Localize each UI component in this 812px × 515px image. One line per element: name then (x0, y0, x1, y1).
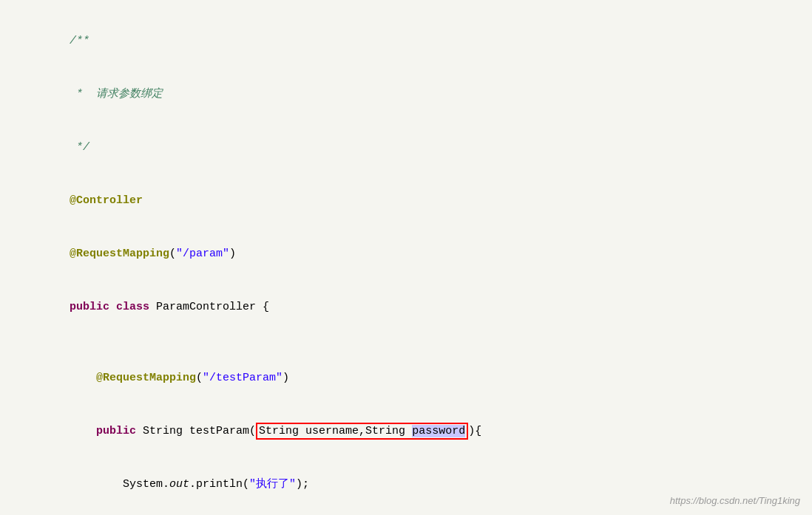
code-line-6: public class ParamController { (0, 281, 812, 334)
string-param: "/param" (176, 248, 229, 260)
plain-8b: ) (282, 372, 289, 384)
plain-9a: String testParam( (136, 425, 256, 437)
watermark: https://blog.csdn.net/Ting1king (670, 495, 800, 506)
code-line-11: System.out.println("用户名："+username); (0, 511, 812, 515)
code-line-3: */ (0, 121, 812, 174)
code-line-1: /** (0, 15, 812, 68)
line-content-4: @Controller (30, 174, 812, 228)
code-line-7 (0, 334, 812, 352)
line-content-2: * 请求参数绑定 (30, 68, 812, 121)
code-line-5: @RequestMapping("/param") (0, 228, 812, 281)
static-method-out: out (169, 478, 189, 491)
param-string-username: String username,String (259, 425, 412, 437)
line-content-9: public String testParam(String username,… (30, 405, 812, 458)
param-password: password (412, 425, 465, 437)
line-content-5: @RequestMapping("/param") (30, 228, 812, 281)
line-content-8: @RequestMapping("/testParam") (30, 352, 812, 405)
indent-8 (70, 372, 96, 384)
comment-span: /** (70, 35, 89, 47)
code-line-4: @Controller (0, 174, 812, 228)
plain-6a (109, 301, 116, 313)
string-testparam: "/testParam" (203, 372, 282, 384)
annotation-testparam: @RequestMapping (96, 372, 196, 384)
indent-9 (70, 425, 96, 437)
line-content-3: */ (30, 121, 812, 174)
comment-span-3: */ (70, 141, 89, 154)
line-content-6: public class ParamController { (30, 281, 812, 334)
param-highlight-box: String username,String password (256, 423, 468, 440)
string-zhixingle: "执行了" (249, 478, 296, 491)
plain-9b: ){ (468, 425, 481, 437)
indent-10: System. (70, 478, 169, 491)
plain-10a: .println( (189, 478, 249, 491)
code-line-9: public String testParam(String username,… (0, 405, 812, 458)
code-line-8: @RequestMapping("/testParam") (0, 352, 812, 405)
line-content-11: System.out.println("用户名："+username); (30, 511, 812, 515)
code-line-2: * 请求参数绑定 (0, 68, 812, 121)
plain-5a: ( (169, 248, 176, 260)
line-content-7 (30, 334, 812, 352)
kw-public-2: public (96, 425, 136, 437)
plain-10b: ); (296, 478, 309, 491)
plain-6b: ParamController { (149, 301, 269, 313)
plain-8a: ( (196, 372, 203, 384)
kw-public: public (70, 301, 109, 313)
comment-span-2: * 请求参数绑定 (70, 88, 163, 100)
annotation-requestmapping: @RequestMapping (70, 248, 169, 260)
plain-5b: ) (229, 248, 236, 260)
kw-class: class (116, 301, 149, 313)
line-content-1: /** (30, 15, 812, 68)
code-viewer: /** * 请求参数绑定 */ @Controller @RequestMapp… (0, 0, 812, 515)
annotation-controller: @Controller (70, 194, 143, 207)
